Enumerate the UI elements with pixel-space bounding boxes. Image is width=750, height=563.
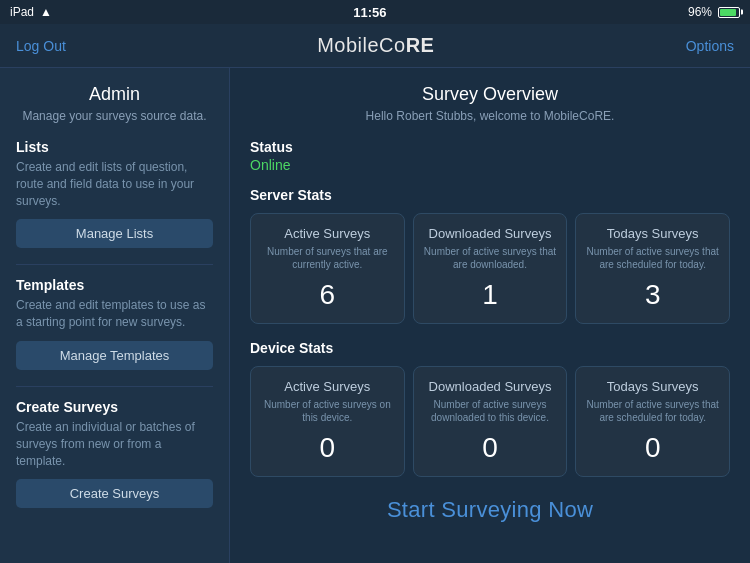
divider-1	[16, 264, 213, 265]
manage-templates-button[interactable]: Manage Templates	[16, 341, 213, 370]
server-stats-title: Server Stats	[250, 187, 730, 203]
device-downloaded-desc: Number of active surveys downloaded to t…	[424, 398, 557, 424]
main-content: Admin Manage your surveys source data. L…	[0, 68, 750, 563]
device-active-desc: Number of active surveys on this device.	[261, 398, 394, 424]
device-active-value: 0	[261, 432, 394, 464]
battery-pct: 96%	[688, 5, 712, 19]
create-surveys-section: Create Surveys Create an individual or b…	[16, 399, 213, 508]
status-value: Online	[250, 157, 730, 173]
manage-lists-button[interactable]: Manage Lists	[16, 219, 213, 248]
device-today-title: Todays Surveys	[586, 379, 719, 394]
divider-2	[16, 386, 213, 387]
server-stats-grid: Active Surveys Number of surveys that ar…	[250, 213, 730, 324]
templates-description: Create and edit templates to use as a st…	[16, 297, 213, 331]
admin-subtitle: Manage your surveys source data.	[16, 109, 213, 123]
status-section: Status Online	[250, 139, 730, 173]
templates-section: Templates Create and edit templates to u…	[16, 277, 213, 370]
admin-title: Admin	[16, 84, 213, 105]
start-surveying-button[interactable]: Start Surveying Now	[387, 497, 593, 523]
battery-icon	[718, 7, 740, 18]
server-stat-today: Todays Surveys Number of active surveys …	[575, 213, 730, 324]
right-panel: Survey Overview Hello Robert Stubbs, wel…	[230, 68, 750, 563]
status-time: 11:56	[353, 5, 386, 20]
server-stat-downloaded: Downloaded Surveys Number of active surv…	[413, 213, 568, 324]
app-title-bold: RE	[406, 34, 435, 56]
device-stat-today: Todays Surveys Number of active surveys …	[575, 366, 730, 477]
device-today-desc: Number of active surveys that are schedu…	[586, 398, 719, 424]
server-today-desc: Number of active surveys that are schedu…	[586, 245, 719, 271]
device-stat-active: Active Surveys Number of active surveys …	[250, 366, 405, 477]
server-today-title: Todays Surveys	[586, 226, 719, 241]
app-title: MobileCoRE	[317, 34, 434, 57]
create-surveys-title: Create Surveys	[16, 399, 213, 415]
server-downloaded-desc: Number of active surveys that are downlo…	[424, 245, 557, 271]
server-active-desc: Number of surveys that are currently act…	[261, 245, 394, 271]
lists-title: Lists	[16, 139, 213, 155]
server-today-value: 3	[586, 279, 719, 311]
status-bar: iPad ▲ 11:56 96%	[0, 0, 750, 24]
templates-title: Templates	[16, 277, 213, 293]
device-active-title: Active Surveys	[261, 379, 394, 394]
left-panel: Admin Manage your surveys source data. L…	[0, 68, 230, 563]
status-left: iPad ▲	[10, 5, 52, 19]
status-right: 96%	[688, 5, 740, 19]
overview-title: Survey Overview	[250, 84, 730, 105]
device-today-value: 0	[586, 432, 719, 464]
device-downloaded-title: Downloaded Surveys	[424, 379, 557, 394]
lists-section: Lists Create and edit lists of question,…	[16, 139, 213, 248]
server-downloaded-title: Downloaded Surveys	[424, 226, 557, 241]
server-active-value: 6	[261, 279, 394, 311]
options-button[interactable]: Options	[686, 38, 734, 54]
server-active-title: Active Surveys	[261, 226, 394, 241]
lists-description: Create and edit lists of question, route…	[16, 159, 213, 209]
status-label: Status	[250, 139, 730, 155]
start-button-container: Start Surveying Now	[250, 497, 730, 523]
top-nav: Log Out MobileCoRE Options	[0, 24, 750, 68]
server-stats-section: Server Stats Active Surveys Number of su…	[250, 187, 730, 324]
device-downloaded-value: 0	[424, 432, 557, 464]
device-stats-section: Device Stats Active Surveys Number of ac…	[250, 340, 730, 477]
server-stat-active: Active Surveys Number of surveys that ar…	[250, 213, 405, 324]
device-stat-downloaded: Downloaded Surveys Number of active surv…	[413, 366, 568, 477]
create-surveys-button[interactable]: Create Surveys	[16, 479, 213, 508]
wifi-icon: ▲	[40, 5, 52, 19]
device-stats-grid: Active Surveys Number of active surveys …	[250, 366, 730, 477]
server-downloaded-value: 1	[424, 279, 557, 311]
create-surveys-description: Create an individual or batches of surve…	[16, 419, 213, 469]
overview-subtitle: Hello Robert Stubbs, welcome to MobileCo…	[250, 109, 730, 123]
device-label: iPad	[10, 5, 34, 19]
device-stats-title: Device Stats	[250, 340, 730, 356]
logout-button[interactable]: Log Out	[16, 38, 66, 54]
